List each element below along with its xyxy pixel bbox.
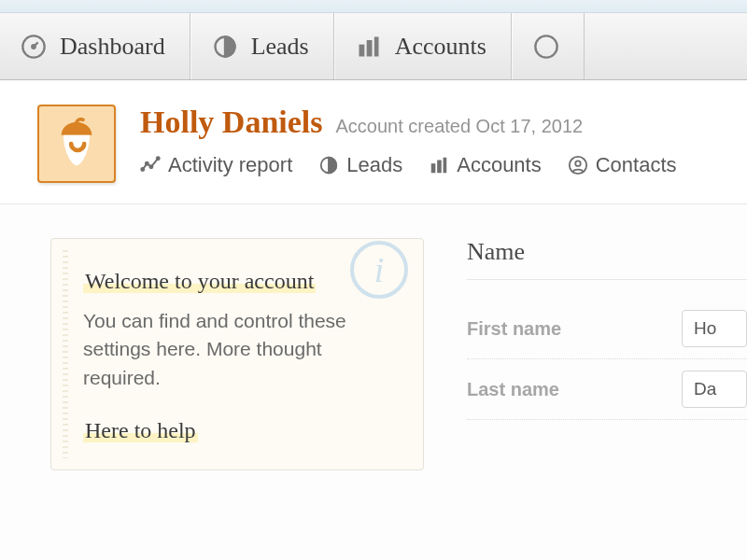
nav-dashboard[interactable]: Dashboard — [0, 13, 190, 79]
subtab-activity-report[interactable]: Activity report — [140, 153, 292, 177]
subtab-label: Leads — [346, 153, 402, 177]
help-card: i Welcome to your account You can find a… — [50, 238, 424, 470]
svg-point-1 — [32, 45, 35, 49]
svg-rect-13 — [437, 161, 442, 174]
sub-tabs: Activity report Leads Accounts Contacts — [140, 153, 747, 177]
section-heading-name: Name — [467, 238, 747, 280]
account-header: Holly Daniels Account created Oct 17, 20… — [0, 80, 747, 204]
label-first-name: First name — [467, 318, 561, 340]
svg-point-9 — [149, 165, 152, 168]
form-row-first-name: First name — [467, 299, 747, 359]
person-circle-icon — [568, 155, 588, 175]
svg-point-10 — [157, 157, 160, 160]
nav-accounts[interactable]: Accounts — [334, 13, 512, 79]
person-circle-icon — [533, 34, 559, 60]
svg-rect-4 — [366, 40, 372, 57]
subtab-contacts[interactable]: Contacts — [568, 153, 677, 177]
label-last-name: Last name — [467, 379, 559, 400]
subtab-leads[interactable]: Leads — [318, 153, 402, 177]
subtab-label: Activity report — [168, 153, 292, 177]
bars-icon — [429, 155, 449, 175]
input-first-name[interactable] — [682, 310, 747, 347]
svg-point-7 — [141, 168, 144, 171]
svg-rect-5 — [374, 36, 379, 56]
subtab-label: Contacts — [596, 153, 677, 177]
form-row-last-name: Last name — [467, 359, 747, 420]
account-created: Account created Oct 17, 2012 — [336, 116, 584, 136]
bars-icon — [356, 34, 382, 60]
help-body: You can find and control these settings … — [83, 307, 397, 392]
input-last-name[interactable] — [682, 371, 747, 408]
help-heading: Welcome to your account — [83, 269, 316, 293]
help-heading-2: Here to help — [83, 418, 198, 442]
window-top-strip — [0, 0, 747, 13]
form-panel: Name First name Last name — [467, 238, 747, 470]
info-icon: i — [350, 241, 408, 299]
subtab-accounts[interactable]: Accounts — [429, 153, 542, 177]
svg-rect-3 — [359, 44, 364, 56]
half-circle-icon — [318, 155, 339, 175]
content-area: i Welcome to your account You can find a… — [0, 204, 747, 470]
nav-leads[interactable]: Leads — [190, 13, 334, 79]
svg-point-6 — [535, 35, 557, 57]
svg-point-16 — [575, 161, 581, 166]
svg-point-8 — [146, 162, 148, 165]
nav-more[interactable] — [512, 13, 585, 79]
half-circle-icon — [212, 34, 238, 60]
main-nav: Dashboard Leads Accounts — [0, 13, 747, 80]
gauge-icon — [21, 34, 47, 60]
subtab-label: Accounts — [457, 153, 542, 177]
avatar — [37, 105, 116, 183]
nav-label: Accounts — [395, 33, 486, 61]
nav-label: Dashboard — [60, 33, 165, 61]
svg-rect-14 — [444, 158, 447, 174]
svg-rect-12 — [431, 163, 436, 173]
activity-icon — [140, 155, 161, 175]
account-info: Holly Daniels Account created Oct 17, 20… — [140, 105, 747, 183]
nav-label: Leads — [251, 33, 309, 61]
acorn-icon — [53, 118, 100, 170]
account-name: Holly Daniels — [140, 105, 323, 140]
